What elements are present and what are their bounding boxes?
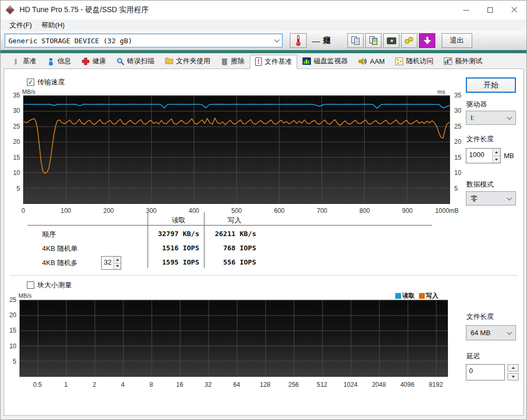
section-divider [11, 275, 518, 276]
axis-tick-label: 900 [402, 207, 413, 214]
axis-tick-label: 256 [288, 381, 299, 388]
random-access-icon [395, 57, 403, 65]
table-header-rule [27, 225, 432, 226]
axis-tick-label: 10 [9, 343, 16, 350]
minimize-button[interactable] [454, 1, 478, 19]
copy-image-button[interactable] [365, 33, 382, 48]
data-mode-value: 零 [471, 194, 508, 203]
copy-text-button[interactable] [347, 33, 364, 48]
axis-tick-label: 10 [13, 169, 20, 177]
temperature-value: — [312, 36, 320, 45]
benchmark-icon: ! [12, 57, 20, 65]
write-value: 26211 KB/s [190, 230, 256, 238]
tab-aam[interactable]: AAM [353, 54, 390, 69]
delay-spin-up[interactable] [508, 364, 519, 372]
spin-down-icon[interactable] [493, 156, 500, 163]
delay-spin-down[interactable] [508, 373, 519, 380]
file-length-unit: MB [504, 152, 514, 160]
row-label: 4KB 随机单 [42, 244, 77, 253]
maximize-button[interactable] [478, 1, 502, 19]
tab-bar: !基准信息健康错误扫描文件夹使用擦除!文件基准磁盘监视器AAM随机访问额外测试 [1, 53, 526, 69]
y-left-unit: MB/s [22, 89, 35, 95]
axis-tick-label: 25 [454, 123, 461, 130]
row-label: 顺序 [42, 230, 56, 239]
menu-file[interactable]: 文件(F) [5, 20, 37, 31]
tab-info[interactable]: 信息 [42, 54, 76, 69]
block-size-checkbox[interactable]: 块大小测量 [27, 280, 72, 290]
legend-item: 写入 [419, 291, 438, 300]
exit-button[interactable]: 退出 [442, 33, 472, 48]
menu-help[interactable]: 帮助(H) [37, 20, 70, 31]
axis-tick-label: 200 [103, 207, 114, 214]
tab-label: 基准 [23, 56, 36, 66]
info-icon [47, 57, 55, 65]
queue-depth-spinner[interactable]: 32 [101, 256, 121, 270]
tab-erase[interactable]: 擦除 [216, 54, 250, 69]
axis-tick-label: 4096 [401, 381, 415, 388]
tab-label: 健康 [92, 56, 106, 66]
spin-down-icon[interactable] [114, 263, 121, 270]
data-mode-select[interactable]: 零 [466, 191, 516, 206]
queue-depth-value: 32 [102, 257, 113, 269]
delay-label: 延迟 [466, 351, 480, 361]
axis-tick-label: 64 [233, 381, 240, 388]
axis-tick-label: 500 [231, 207, 242, 214]
axis-tick-label: 15 [13, 154, 20, 161]
error-scan-icon [116, 57, 124, 65]
transfer-rate-chart [23, 95, 450, 204]
copy-image-icon [369, 36, 378, 45]
axis-tick-label: 32 [204, 381, 211, 388]
block-size-chart [19, 300, 448, 377]
axis-tick-label: 1000mB [435, 207, 459, 214]
export-icon [405, 37, 414, 44]
axis-tick-label: 15 [9, 327, 16, 334]
axis-tick-label: 15 [454, 154, 461, 161]
data-mode-label: 数据模式 [466, 180, 494, 189]
temperature-button[interactable] [290, 33, 307, 48]
tab-benchmark[interactable]: !基准 [7, 54, 42, 69]
tab-error-scan[interactable]: 错误扫描 [111, 54, 160, 69]
svg-text:!: ! [15, 57, 17, 65]
tab-health[interactable]: 健康 [76, 54, 111, 69]
tab-extra-tests[interactable]: 额外测试 [438, 54, 487, 69]
delay-input[interactable]: 0 [466, 364, 505, 380]
screenshot-button[interactable] [383, 33, 399, 48]
spin-up-icon[interactable] [493, 149, 500, 156]
axis-tick-label: 8 [150, 381, 153, 388]
file-benchmark-panel: ✓ 传输速度 MB/s ms 3535303025252020151510105… [4, 69, 524, 416]
copy-text-icon [352, 36, 360, 45]
start-button[interactable]: 开始 [466, 77, 516, 93]
checkbox-unchecked-icon [27, 281, 34, 289]
device-select-value: Generic STORAGE DEVICE (32 gB) [8, 37, 275, 45]
exit-button-label: 退出 [450, 36, 464, 45]
read-value: 32797 KB/s [130, 230, 199, 238]
axis-tick-label: 10 [454, 169, 461, 177]
tab-label: 文件夹使用 [176, 56, 210, 66]
close-button[interactable] [502, 1, 526, 19]
axis-tick-label: 400 [189, 207, 199, 214]
svg-text:!: ! [258, 58, 260, 65]
file-length-spinner[interactable]: 1000 [466, 148, 501, 163]
chevron-down-icon [507, 329, 512, 335]
y-right-unit: ms [437, 89, 445, 95]
tab-label: 信息 [57, 56, 71, 66]
axis-tick-label: 30 [454, 107, 461, 114]
tab-folder-usage[interactable]: 文件夹使用 [160, 54, 216, 69]
legend-label: 写入 [426, 291, 438, 300]
spin-up-icon[interactable] [114, 257, 121, 263]
block-file-length-select[interactable]: 64 MB [466, 325, 516, 340]
tab-random-access[interactable]: 随机访问 [390, 54, 438, 69]
export-button[interactable] [401, 33, 417, 48]
tab-label: 磁盘监视器 [314, 56, 348, 66]
update-button[interactable] [419, 33, 435, 48]
transfer-speed-checkbox[interactable]: ✓ 传输速度 [27, 77, 65, 87]
tab-label: 擦除 [231, 56, 245, 66]
axis-tick-label: 35 [454, 92, 461, 99]
tab-disk-monitor[interactable]: 磁盘监视器 [297, 54, 353, 69]
drive-select[interactable]: I: [466, 111, 516, 125]
file-length-label: 文件长度 [466, 134, 494, 144]
device-select[interactable]: Generic STORAGE DEVICE (32 gB) [5, 34, 282, 47]
erase-icon [221, 57, 228, 65]
tab-file-benchmark[interactable]: !文件基准 [250, 55, 297, 69]
tab-label: 额外测试 [455, 56, 482, 66]
